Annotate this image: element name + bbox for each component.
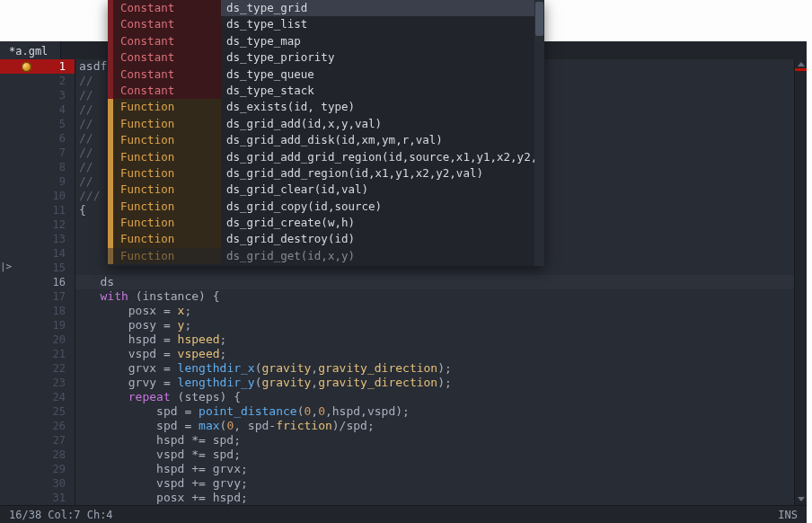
code-line[interactable]: posy = y; [75, 318, 794, 332]
code-line[interactable]: posx = x; [75, 304, 794, 318]
code-line[interactable]: vspd = vspeed; [75, 347, 794, 361]
code-line[interactable]: vspd += grvy; [75, 476, 794, 491]
autocomplete-item[interactable]: Functionds_grid_destroy(id) [108, 231, 544, 247]
line-number: 26 [0, 419, 66, 433]
tab-filename: *a.gml [9, 45, 48, 58]
line-number: 17 [0, 289, 66, 304]
scrollbar-minimap[interactable] [794, 59, 807, 505]
autocomplete-item[interactable]: Constantds_type_priority [108, 49, 544, 66]
autocomplete-signature: ds_exists(id, type) [221, 99, 544, 115]
autocomplete-kind-label: Constant [113, 16, 221, 32]
autocomplete-signature: ds_grid_get(id,x,y) [221, 248, 544, 264]
line-number: 20 [0, 332, 66, 347]
error-icon [22, 62, 31, 72]
autocomplete-item[interactable]: Constantds_type_list [108, 16, 544, 32]
code-line[interactable]: ds [75, 275, 794, 289]
status-mode: INS [778, 509, 798, 521]
autocomplete-item[interactable]: Constantds_type_map [108, 33, 544, 49]
line-number: 12 [0, 217, 66, 232]
line-number: 16 [0, 275, 66, 289]
code-line[interactable]: grvx = lengthdir_x(gravity,gravity_direc… [75, 361, 794, 376]
autocomplete-kind-label: Function [113, 165, 221, 182]
line-number: 22 [0, 361, 66, 376]
autocomplete-kind-label: Function [113, 132, 221, 148]
line-number: 27 [0, 433, 66, 448]
autocomplete-kind-label: Constant [113, 49, 221, 66]
autocomplete-kind-label: Function [113, 215, 221, 231]
line-number: 3 [0, 88, 66, 102]
line-number: 31 [0, 491, 66, 505]
autocomplete-scroll-thumb[interactable] [535, 2, 543, 36]
status-bar: 16/38 Col:7 Ch:4 INS [0, 505, 807, 523]
line-number: 24 [0, 390, 66, 404]
autocomplete-scrollbar[interactable] [534, 0, 544, 266]
autocomplete-signature: ds_grid_add_grid_region(id,source,x1,y1,… [221, 149, 544, 165]
autocomplete-kind-label: Function [113, 99, 221, 115]
code-line[interactable]: posx += hspd; [75, 491, 794, 505]
autocomplete-kind-label: Function [113, 248, 221, 264]
error-marker[interactable] [795, 68, 807, 71]
autocomplete-item[interactable]: Functionds_grid_add_grid_region(id,sourc… [108, 149, 544, 165]
code-line[interactable]: spd = point_distance(0,0,hspd,vspd); [75, 404, 794, 419]
line-number: 9 [0, 174, 66, 189]
line-number: 8 [0, 160, 66, 174]
autocomplete-kind-label: Function [113, 231, 221, 247]
line-number: 25 [0, 404, 66, 419]
autocomplete-signature: ds_type_stack [221, 83, 544, 99]
autocomplete-item[interactable]: Functionds_grid_clear(id,val) [108, 182, 544, 198]
autocomplete-item[interactable]: Functionds_exists(id, type) [108, 99, 544, 115]
code-line[interactable]: repeat (steps) { [75, 390, 794, 404]
line-number: 29 [0, 462, 66, 476]
panel-collapse-handle[interactable]: |> [0, 261, 7, 273]
autocomplete-kind-label: Function [113, 116, 221, 132]
line-number: 5 [0, 117, 66, 131]
autocomplete-kind-label: Function [113, 182, 221, 198]
code-line[interactable]: hspd += grvx; [75, 462, 794, 476]
autocomplete-signature: ds_grid_copy(id,source) [221, 199, 544, 215]
autocomplete-signature: ds_grid_create(w,h) [221, 215, 544, 231]
autocomplete-kind-label: Constant [113, 83, 221, 99]
panel-collapse-icon: |> [0, 261, 12, 272]
autocomplete-item[interactable]: Constantds_type_stack [108, 83, 544, 99]
autocomplete-signature: ds_type_priority [221, 49, 544, 66]
autocomplete-item[interactable]: Functionds_grid_create(w,h) [108, 215, 544, 231]
line-number: 10 [0, 189, 66, 203]
autocomplete-signature: ds_grid_destroy(id) [221, 231, 544, 247]
line-number: 4 [0, 102, 66, 117]
scroll-up-icon[interactable] [798, 62, 805, 66]
autocomplete-item[interactable]: Functionds_grid_add_region(id,x1,y1,x2,y… [108, 165, 544, 182]
autocomplete-item[interactable]: Constantds_type_grid [108, 0, 544, 16]
autocomplete-kind-label: Function [113, 199, 221, 215]
line-number: 11 [0, 203, 66, 217]
autocomplete-signature: ds_type_map [221, 33, 544, 49]
autocomplete-item[interactable]: Constantds_type_queue [108, 66, 544, 83]
code-line[interactable]: vspd *= spd; [75, 448, 794, 462]
code-line[interactable]: grvy = lengthdir_y(gravity,gravity_direc… [75, 376, 794, 390]
code-line[interactable]: hspd = hspeed; [75, 332, 794, 347]
code-line[interactable]: with (instance) { [75, 289, 794, 304]
autocomplete-kind-label: Constant [113, 66, 221, 83]
line-number: 14 [0, 246, 66, 261]
line-number: 30 [0, 476, 66, 491]
line-number: 28 [0, 448, 66, 462]
autocomplete-item[interactable]: Functionds_grid_copy(id,source) [108, 199, 544, 215]
autocomplete-item[interactable]: Functionds_grid_get(id,x,y) [108, 248, 544, 264]
code-line[interactable]: hspd *= spd; [75, 433, 794, 448]
autocomplete-signature: ds_grid_add_region(id,x1,y1,x2,y2,val) [221, 165, 544, 182]
gutter: 1234567891011121314151617181920212223242… [0, 59, 75, 505]
autocomplete-item[interactable]: Functionds_grid_add_disk(id,xm,ym,r,val) [108, 132, 544, 148]
line-number: 23 [0, 376, 66, 390]
autocomplete-list[interactable]: Constantds_type_gridConstantds_type_list… [108, 0, 544, 266]
line-number: 2 [0, 74, 66, 88]
code-line[interactable]: spd = max(0, spd-friction)/spd; [75, 419, 794, 433]
autocomplete-kind-label: Constant [113, 0, 221, 16]
scroll-down-icon[interactable] [798, 497, 805, 501]
autocomplete-signature: ds_grid_clear(id,val) [221, 182, 544, 198]
line-number: 18 [0, 304, 66, 318]
autocomplete-item[interactable]: Functionds_grid_add(id,x,y,val) [108, 116, 544, 132]
line-number: 1 [0, 59, 75, 74]
autocomplete-kind-label: Constant [113, 33, 221, 49]
tab-file[interactable]: *a.gml [0, 41, 61, 59]
autocomplete-signature: ds_grid_add(id,x,y,val) [221, 116, 544, 132]
autocomplete-popup[interactable]: Constantds_type_gridConstantds_type_list… [108, 0, 544, 266]
